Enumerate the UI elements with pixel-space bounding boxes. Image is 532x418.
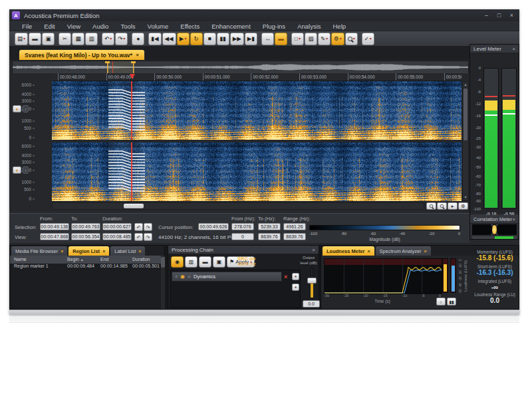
spectral-view-button[interactable]: ▬	[275, 33, 287, 45]
region-row[interactable]: Region marker 1 00:00:09.484 00:00:14.98…	[10, 264, 164, 271]
playback-cursor-marker[interactable]	[130, 74, 135, 79]
menu-item[interactable]: Effects	[174, 23, 205, 30]
menu-item[interactable]: Analysis	[291, 23, 327, 30]
zoom-tool-button[interactable]: ▾	[345, 33, 358, 45]
horizontal-scrollbar[interactable]	[52, 202, 424, 210]
paste-button[interactable]: ▥	[85, 33, 98, 45]
close-button[interactable]: ×	[507, 11, 517, 20]
go-to-start-button[interactable]: ▮◀	[148, 33, 161, 45]
menu-item[interactable]: Enhancement	[205, 23, 257, 30]
rewind-button[interactable]: ◀◀	[162, 33, 176, 45]
region-list-scrollbar[interactable]	[161, 256, 165, 309]
view-from-hz-field[interactable]: 0	[231, 233, 254, 240]
spectrogram-channel-right[interactable]	[52, 142, 462, 201]
menu-item[interactable]: File	[16, 23, 38, 30]
effects-tool-button[interactable]: ✓▾	[362, 33, 374, 45]
menu-item[interactable]: Edit	[38, 23, 61, 30]
selection-to-field[interactable]: 00:00:49.763	[71, 223, 100, 230]
vertical-scrollbar[interactable]: ▲ ▼	[462, 81, 469, 201]
view-undo-button[interactable]: ↶	[134, 233, 143, 241]
undo-button[interactable]: ↶▾	[102, 33, 114, 45]
menu-item[interactable]: Volume	[142, 23, 175, 30]
menu-item[interactable]: Plug-ins	[257, 23, 291, 30]
chain-save-button[interactable]: ▣	[213, 256, 225, 268]
remove-effect-button[interactable]: ×	[284, 274, 287, 280]
output-level-value[interactable]: 0.0	[303, 300, 320, 308]
close-icon[interactable]: ×	[136, 52, 139, 58]
output-level-slider[interactable]	[305, 268, 319, 299]
loudness-pause-button[interactable]: ▮▮	[447, 298, 456, 306]
retouch-tool-button[interactable]: ⚙▾	[331, 33, 344, 45]
view-redo-button[interactable]: ↷	[144, 233, 152, 241]
open-file-button[interactable]: ▬	[29, 33, 41, 45]
menu-item[interactable]: Audio	[86, 23, 114, 30]
zoom-in-button[interactable]	[426, 202, 436, 210]
close-icon[interactable]: ×	[138, 249, 141, 254]
tab-label-list[interactable]: Label List×	[110, 246, 145, 256]
column-duration[interactable]: Duration	[132, 257, 150, 262]
fast-forward-button[interactable]: ▶▶	[230, 33, 244, 45]
document-tab[interactable]: Svanes (feat King Milo) - Up to You.wav*…	[19, 49, 145, 60]
selection-duration-field[interactable]: 00:00:00.627	[102, 223, 132, 230]
record-button[interactable]: ●	[132, 33, 144, 45]
view-settings-button[interactable]: ⚙	[458, 202, 468, 210]
effect-row-dynamics[interactable]: ≡ ◉ ∩ Dynamics	[172, 272, 282, 282]
spectrogram-channel-left[interactable]	[52, 81, 462, 140]
drag-handle-icon[interactable]: ≡	[175, 274, 178, 279]
chain-load-button[interactable]: ▬	[199, 256, 211, 268]
view-to-hz-field[interactable]: 8639.76	[258, 233, 281, 240]
menu-item[interactable]: Tools	[114, 23, 141, 30]
zoom-out-button[interactable]	[437, 202, 447, 210]
save-file-button[interactable]: ▣	[42, 33, 55, 45]
slider-thumb[interactable]	[307, 278, 317, 284]
tab-region-list[interactable]: Region List×	[68, 246, 109, 256]
loudness-reset-button[interactable]: ○	[436, 298, 446, 306]
chain-power-button[interactable]: ◉	[171, 256, 184, 268]
marquee-tool-button[interactable]: ▧	[305, 33, 317, 45]
play-button[interactable]: ▶▾	[177, 33, 190, 45]
fit-window-button[interactable]: ↔	[261, 33, 274, 45]
tab-media-file-browser[interactable]: Media File Browser×	[11, 246, 67, 256]
maximize-button[interactable]: □	[494, 11, 504, 20]
view-from-field[interactable]: 00:00:47.868	[40, 233, 69, 240]
view-duration-field[interactable]: 00:00:08.485	[102, 233, 132, 240]
close-icon[interactable]: ×	[102, 249, 105, 254]
draw-tool-button[interactable]: ✎▾	[318, 33, 331, 45]
selection-to-hz-field[interactable]: 5239.33	[258, 223, 281, 230]
selection-from-hz-field[interactable]: 278.076	[231, 223, 254, 230]
region-table-header[interactable]: Name Begin ▲ End Duration	[10, 256, 164, 264]
close-icon[interactable]: ×	[424, 249, 427, 254]
close-icon[interactable]: ×	[61, 249, 63, 254]
follow-playback-button[interactable]: ▸	[448, 202, 458, 210]
tab-loudness-meter[interactable]: Loudness Meter×	[323, 246, 374, 256]
new-file-button[interactable]: ▤▾	[15, 33, 28, 45]
effect-power-icon[interactable]: ◉	[180, 274, 185, 280]
waveform-overview[interactable]	[12, 61, 469, 74]
column-name[interactable]: Name	[14, 257, 27, 262]
cursor-position-field[interactable]: 00:00:49.626	[198, 223, 229, 230]
channel-splitter-handle[interactable]: ↕	[23, 105, 29, 112]
close-icon[interactable]: ×	[368, 249, 370, 254]
menu-item[interactable]: View	[61, 23, 86, 30]
select-tool-button[interactable]: □▾	[291, 33, 304, 45]
scroll-up-icon[interactable]: ▲	[463, 82, 468, 88]
close-icon[interactable]: ×	[512, 216, 515, 222]
selection-range-hz-field[interactable]: 4961.26	[283, 223, 306, 230]
view-range-hz-field[interactable]: 8639.76	[283, 233, 306, 240]
loop-button[interactable]: ↻	[190, 33, 203, 45]
go-to-end-button[interactable]: ▶▮	[245, 33, 257, 45]
column-end[interactable]: End	[100, 257, 108, 262]
column-begin[interactable]: Begin ▲	[67, 257, 84, 262]
redo-button[interactable]: ↷▾	[115, 33, 128, 45]
channel-splitter-handle[interactable]: ↕	[23, 166, 29, 174]
menu-item[interactable]: Help	[327, 23, 352, 30]
stop-button[interactable]: ■	[203, 33, 216, 45]
vertical-scroll-thumb[interactable]	[464, 89, 467, 140]
add-effect-button[interactable]: +	[292, 284, 299, 291]
scroll-down-icon[interactable]: ▼	[463, 194, 468, 200]
add-effect-button[interactable]: +	[292, 273, 299, 280]
scroll-thumb[interactable]	[161, 257, 165, 268]
tab-spectrum-analyzer[interactable]: Spectrum Analyzer×	[376, 246, 431, 256]
headphones-icon[interactable]: ∩	[188, 274, 191, 279]
selection-redo-button[interactable]: ↷	[144, 223, 152, 231]
